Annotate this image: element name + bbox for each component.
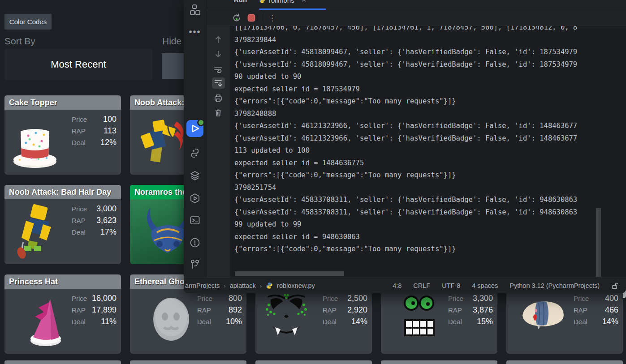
console-line: 113 updated to 100 [234, 145, 626, 157]
deal-value: 10% [226, 317, 242, 326]
running-indicator-dot [197, 119, 205, 126]
princess-hat-image [18, 292, 76, 351]
more-tools-icon[interactable]: ••• [184, 27, 206, 37]
status-widgets: 4:8 CRLF UTF-8 4 spaces Python 3.12 (Pyc… [393, 282, 626, 290]
soft-wrap-icon[interactable] [207, 64, 230, 74]
version-control-icon[interactable] [184, 259, 206, 270]
pycharm-window: ••• [184, 0, 626, 293]
up-stack-trace-icon[interactable] [207, 35, 230, 44]
more-options-icon[interactable]: ⋮ [268, 14, 276, 22]
toolbar-separator [262, 13, 262, 23]
rap-value: 113 [104, 126, 117, 136]
console-line: {'userAssetId': 46121323966, 'seller': {… [234, 120, 626, 133]
cake-topper-image [8, 113, 66, 171]
console-gutter [207, 26, 230, 278]
tool-windows-icon[interactable] [184, 4, 206, 17]
console-line: 3798239844 [234, 34, 626, 47]
unlocked-padlock-icon[interactable] [611, 282, 619, 290]
breadcrumb-file[interactable]: robloxnew.py [277, 282, 315, 289]
next-row-card-header [130, 360, 246, 364]
services-icon[interactable] [184, 170, 206, 181]
run-console-output[interactable]: [[1718134766, 0, 71878457, 450], [171813… [230, 26, 626, 278]
next-row-card-header [506, 360, 623, 364]
item-card[interactable]: Princess Hat Price16,000 RAP17,899 Deal1… [4, 274, 121, 354]
item-stats: Price100 RAP113 Deal12% [72, 113, 117, 148]
item-title: Princess Hat [4, 274, 121, 289]
deal-value: 11% [101, 317, 117, 326]
indent-setting[interactable]: 4 spaces [472, 282, 498, 289]
rap-value: 3,623 [96, 216, 117, 225]
terminal-icon[interactable] [184, 215, 206, 226]
screen: Color Codes Sort By Most Recent Hide D C… [0, 0, 626, 364]
python-packages-icon[interactable] [184, 148, 206, 158]
rap-value: 2,920 [347, 305, 367, 315]
ethereal-ghost-image [144, 291, 203, 349]
console-line: expected seller id = 1484636775 [234, 157, 626, 170]
price-value: 800 [229, 294, 242, 303]
price-value: 100 [103, 115, 117, 124]
item-card[interactable]: Noob Attack: Bad Hair Day Price3,000 RAP… [4, 185, 121, 264]
console-line: 3798248888 [234, 108, 626, 120]
next-row-card-header [255, 360, 372, 364]
color-codes-button[interactable]: Color Codes [4, 14, 52, 30]
console-line: [[1718134766, 0, 71878457, 450], [171813… [234, 26, 626, 34]
profiler-icon[interactable] [184, 193, 206, 204]
console-line: {'userAssetId': 45818099467, 'seller': {… [234, 46, 626, 59]
bad-hair-day-image [8, 203, 66, 261]
clear-console-icon[interactable] [207, 108, 230, 117]
sort-by-label: Sort By [4, 36, 35, 47]
breadcrumb-folder[interactable]: apiattack [230, 282, 256, 289]
rap-value: 466 [605, 305, 618, 315]
rap-value: 17,899 [92, 305, 117, 315]
console-line: {"errors":[{"code":0,"message":"Too many… [234, 95, 626, 108]
item-stats: Price16,000 RAP17,899 Deal11% [72, 292, 117, 327]
rerun-icon[interactable] [232, 13, 241, 22]
caret-position[interactable]: 4:8 [393, 282, 402, 289]
rap-value: 3,876 [473, 305, 493, 315]
item-title: Cake Topper [4, 95, 121, 110]
console-line: {'userAssetId': 46121323966, 'seller': {… [234, 133, 626, 145]
horizontal-scrollbar[interactable] [235, 271, 344, 276]
deal-value: 14% [351, 317, 367, 326]
tab-title: rolimons [269, 0, 294, 4]
encoding[interactable]: UTF-8 [442, 282, 460, 289]
beanie-image [517, 295, 571, 344]
tool-window-stripe: ••• [184, 0, 207, 278]
print-icon[interactable] [207, 94, 230, 103]
python-file-icon [266, 282, 273, 289]
tab-rolimons[interactable]: rolimons ✕ [259, 0, 326, 4]
run-tabbar: Run rolimons ✕ [206, 0, 626, 10]
console-line: 90 updated to 90 [234, 71, 626, 83]
item-stats: Price400 RAP466 Deal14% [574, 292, 618, 327]
chevron-right-icon: › [260, 283, 262, 289]
stop-icon[interactable] [247, 14, 255, 22]
rap-value: 892 [229, 305, 242, 315]
vertical-scrollbar[interactable] [596, 208, 601, 277]
python-icon [259, 0, 266, 4]
down-stack-trace-icon[interactable] [207, 50, 230, 59]
item-body: Price800 RAP892 Deal10% [130, 289, 246, 354]
problems-icon[interactable] [184, 237, 206, 248]
line-ending[interactable]: CRLF [413, 282, 430, 289]
close-tab-icon[interactable]: ✕ [301, 0, 307, 4]
deal-value: 12% [100, 138, 117, 147]
item-stats: Price800 RAP892 Deal10% [197, 292, 242, 327]
active-tab-indicator [259, 9, 326, 10]
run-toolbar: ⋮ [206, 10, 626, 26]
interpreter[interactable]: Python 3.12 (PycharmProjects) [509, 282, 600, 289]
serpent-face-image [262, 290, 315, 348]
status-bar: armProjects › apiattack › robloxnew.py 4… [184, 278, 626, 293]
console-line: {'userAssetId': 45833708311, 'seller': {… [234, 194, 626, 206]
run-tool-window-icon[interactable] [186, 120, 203, 137]
deal-value: 15% [477, 317, 493, 326]
breadcrumb-project[interactable]: armProjects [185, 282, 220, 289]
scroll-to-end-icon[interactable] [207, 79, 230, 88]
item-card[interactable]: Cake Topper Price100 RAP113 Deal12% [4, 95, 121, 175]
item-body: Price3,300 RAP3,876 Deal15% [381, 289, 497, 354]
item-body: Price400 RAP466 Deal14% [506, 289, 623, 354]
sort-select[interactable]: Most Recent [4, 49, 152, 80]
item-title: Noob Attack: Bad Hair Day [4, 185, 121, 199]
run-panel-label: Run [234, 0, 247, 4]
console-line: {'userAssetId': 45833708311, 'seller': {… [234, 206, 626, 219]
item-body: Price3,000 RAP3,623 Deal17% [4, 199, 121, 264]
